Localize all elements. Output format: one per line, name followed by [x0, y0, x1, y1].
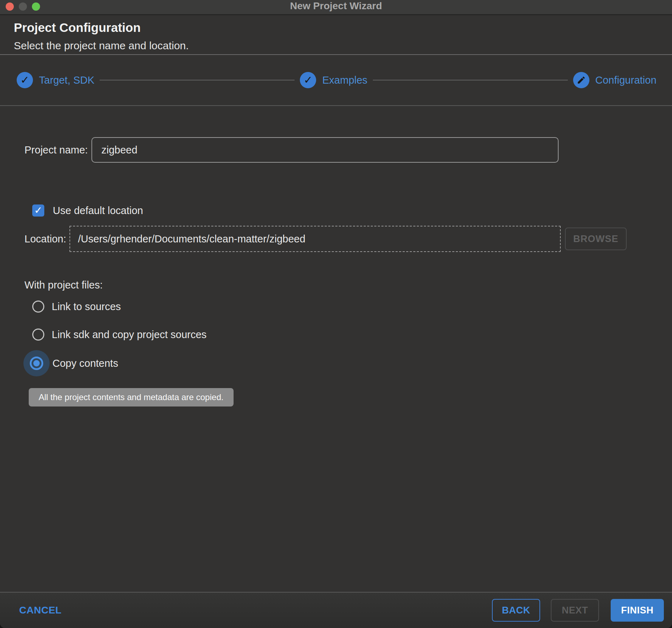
pencil-icon: [577, 75, 586, 85]
location-row: Location: BROWSE: [0, 226, 672, 252]
use-default-location-row[interactable]: ✓ Use default location: [32, 204, 143, 217]
radio-copy-contents[interactable]: Copy contents: [0, 350, 319, 376]
location-input[interactable]: [69, 226, 561, 252]
step-target-sdk[interactable]: ✓ Target, SDK: [17, 72, 94, 88]
radio-label: Link sdk and copy project sources: [52, 329, 207, 341]
stepper-connector: [100, 80, 295, 80]
step-label: Target, SDK: [39, 74, 94, 86]
stepper-connector: [373, 80, 568, 80]
radio-selected-icon[interactable]: [30, 357, 43, 370]
radio-label: Copy contents: [52, 358, 118, 369]
project-name-row: Project name:: [24, 137, 559, 163]
wizard-stepper: ✓ Target, SDK ✓ Examples Configuration: [0, 55, 672, 106]
project-name-input[interactable]: [91, 137, 559, 163]
step-complete-icon: ✓: [300, 72, 316, 88]
page-title: Project Configuration: [14, 21, 141, 35]
finish-button[interactable]: FINISH: [611, 599, 664, 622]
checkmark-icon: ✓: [34, 206, 42, 215]
minimize-window-icon: [19, 2, 27, 11]
new-project-wizard-window: New Project Wizard Project Configuration…: [0, 0, 672, 628]
check-icon: ✓: [20, 75, 29, 85]
wizard-header: Project Configuration Select the project…: [0, 15, 672, 55]
radio-unselected-icon[interactable]: [32, 329, 44, 341]
use-default-location-label: Use default location: [53, 205, 143, 217]
cancel-button[interactable]: CANCEL: [19, 605, 62, 616]
window-title: New Project Wizard: [290, 0, 382, 12]
close-window-icon[interactable]: [6, 2, 14, 11]
radio-unselected-icon[interactable]: [32, 301, 44, 313]
next-button: NEXT: [551, 599, 599, 622]
project-name-label: Project name:: [24, 144, 91, 156]
use-default-location-checkbox[interactable]: ✓: [32, 204, 44, 217]
step-examples[interactable]: ✓ Examples: [300, 72, 367, 88]
browse-button: BROWSE: [565, 228, 627, 250]
zoom-window-icon[interactable]: [32, 2, 40, 11]
page-subtitle: Select the project name and location.: [14, 40, 189, 52]
radio-link-to-sources[interactable]: Link to sources: [0, 301, 319, 313]
copy-contents-tooltip: All the project contents and metadata ar…: [29, 388, 234, 406]
step-label: Configuration: [595, 74, 657, 86]
traffic-lights: [6, 2, 40, 11]
titlebar: New Project Wizard: [0, 0, 672, 15]
check-icon: ✓: [304, 75, 313, 85]
back-button[interactable]: BACK: [492, 599, 540, 622]
step-current-icon: [573, 72, 589, 88]
step-label: Examples: [322, 74, 367, 86]
radio-label: Link to sources: [52, 301, 121, 313]
wizard-footer: CANCEL BACK NEXT FINISH: [0, 592, 672, 628]
with-project-files-label: With project files:: [24, 279, 103, 291]
radio-focus-halo[interactable]: [23, 350, 50, 376]
radio-link-sdk-copy-sources[interactable]: Link sdk and copy project sources: [0, 329, 319, 341]
location-label: Location:: [24, 233, 66, 245]
step-complete-icon: ✓: [17, 72, 33, 88]
step-configuration[interactable]: Configuration: [573, 72, 657, 88]
radio-dot: [33, 360, 40, 366]
